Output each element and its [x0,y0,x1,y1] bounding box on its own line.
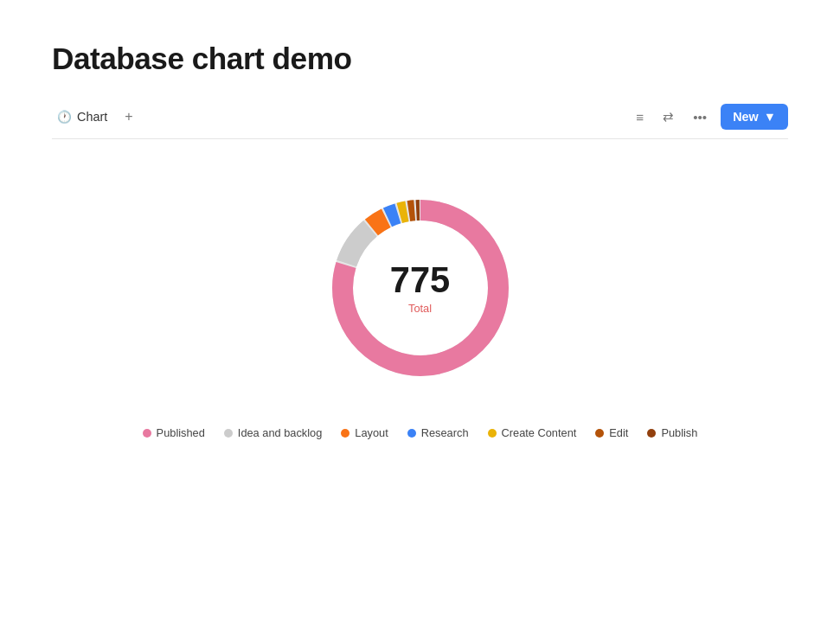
legend-dot-create-content [488,429,497,438]
legend-dot-idea-backlog [224,429,233,438]
chart-tab-icon: 🕐 [57,110,72,124]
more-button[interactable]: ••• [688,106,712,128]
legend-label-edit: Edit [609,426,628,439]
page-title: Database chart demo [52,42,788,76]
chevron-down-icon: ▼ [764,110,776,124]
legend-item-research: Research [407,426,469,439]
legend-item-layout: Layout [341,426,388,439]
group-icon: ⇄ [663,109,674,124]
legend-dot-published [143,429,151,438]
legend-label-research: Research [421,426,469,439]
legend-label-layout: Layout [355,426,388,439]
filter-icon: ≡ [636,110,644,125]
more-icon: ••• [693,110,707,125]
legend-item-publish: Publish [647,426,697,439]
new-button[interactable]: New ▼ [721,104,788,130]
legend-item-published: Published [143,426,205,439]
legend-dot-edit [595,429,604,438]
chart-legend: PublishedIdea and backlogLayoutResearchC… [143,426,698,439]
add-view-button[interactable]: + [119,107,138,126]
chart-tab-label: Chart [77,110,107,124]
legend-dot-research [407,429,416,438]
legend-item-idea-backlog: Idea and backlog [224,426,322,439]
toolbar: 🕐 Chart + ≡ ⇄ ••• New ▼ [52,104,788,139]
total-label: Total [390,301,450,314]
legend-dot-layout [341,429,349,438]
legend-label-create-content: Create Content [502,426,577,439]
group-button[interactable]: ⇄ [657,105,679,128]
toolbar-left: 🕐 Chart + [52,106,138,127]
new-button-label: New [733,110,759,124]
legend-label-published: Published [157,426,205,439]
legend-item-create-content: Create Content [488,426,577,439]
page-container: Database chart demo 🕐 Chart + ≡ ⇄ ••• Ne… [0,0,840,508]
legend-label-publish: Publish [661,426,697,439]
filter-button[interactable]: ≡ [631,106,649,128]
legend-item-edit: Edit [595,426,628,439]
total-number: 775 [390,262,450,298]
donut-chart: 775 Total [317,184,524,392]
legend-label-idea-backlog: Idea and backlog [238,426,322,439]
chart-tab[interactable]: 🕐 Chart [52,106,112,127]
legend-dot-publish [647,429,656,438]
donut-center: 775 Total [390,262,450,315]
toolbar-right: ≡ ⇄ ••• New ▼ [631,104,788,130]
chart-area: 775 Total PublishedIdea and backlogLayou… [52,167,788,474]
